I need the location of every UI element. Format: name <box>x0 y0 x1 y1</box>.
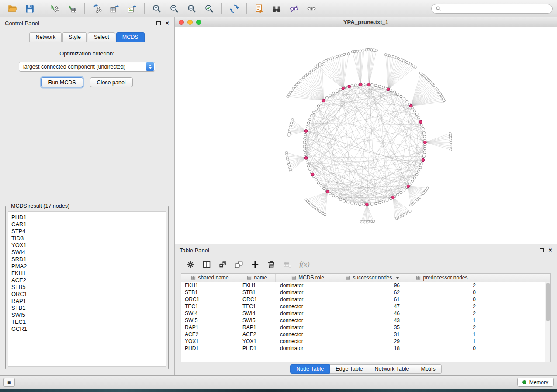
table-cell: dominator <box>276 345 340 351</box>
columns-icon[interactable] <box>202 260 211 269</box>
uncheck-all-icon[interactable] <box>235 260 243 269</box>
tab-node-table[interactable]: Node Table <box>290 364 330 374</box>
close-panel-icon[interactable]: × <box>165 21 169 25</box>
mcds-result-item[interactable]: ORC1 <box>8 291 166 298</box>
mcds-result-item[interactable]: RAP1 <box>8 298 166 305</box>
mcds-result-item[interactable]: PMA2 <box>8 263 166 270</box>
import-network-from-file-button[interactable] <box>47 2 62 15</box>
find-button[interactable] <box>269 2 284 15</box>
run-mcds-button[interactable]: Run MCDS <box>41 77 83 87</box>
tab-motifs[interactable]: Motifs <box>415 364 441 374</box>
mcds-result-item[interactable]: GCR1 <box>8 326 166 333</box>
zoom-fit-button[interactable] <box>184 2 200 15</box>
table-disabled-icon[interactable] <box>283 260 292 269</box>
open-file-button[interactable] <box>4 2 20 15</box>
table-row[interactable]: RAP1RAP1dominator352 <box>181 324 550 331</box>
table-row[interactable]: SWI5SWI5connector431 <box>181 317 550 324</box>
network-canvas[interactable] <box>175 27 557 244</box>
column-header-MCDS-role[interactable]: MCDS role <box>276 274 340 282</box>
table-row[interactable]: ORC1ORC1dominator610 <box>181 296 550 303</box>
float-panel-icon[interactable] <box>156 21 161 25</box>
toolbar-separator <box>246 3 247 14</box>
mcds-result-item[interactable]: STB5 <box>8 284 166 291</box>
mcds-result-list[interactable]: PHD1CAR1STP4TID3YOX1SWI4SRD1PMA2FKH1ACE2… <box>8 211 166 367</box>
network-snapshot-button[interactable] <box>251 2 267 15</box>
column-header-shared-name[interactable]: shared name <box>181 274 239 282</box>
toolbar-separator <box>84 3 85 14</box>
import-table-from-file-icon <box>67 4 77 14</box>
table-row[interactable]: SWI4SWI4dominator462 <box>181 310 550 317</box>
search-icon <box>436 6 441 11</box>
mcds-result-item[interactable]: SWI5 <box>8 312 166 319</box>
table-row[interactable]: PHD1PHD1dominator180 <box>181 345 550 352</box>
save-session-button[interactable] <box>22 2 38 15</box>
table-cell: YOX1 <box>239 338 276 344</box>
list-icon: ≡ <box>7 379 11 385</box>
show-all-button[interactable] <box>304 2 319 15</box>
function-builder-label[interactable]: f(x) <box>299 260 310 269</box>
tab-mcds[interactable]: MCDS <box>116 32 145 42</box>
hide-selected-button[interactable] <box>286 2 302 15</box>
mcds-result-item[interactable]: ACE2 <box>8 277 166 284</box>
mcds-result-item[interactable]: TID3 <box>8 235 166 242</box>
float-table-panel-icon[interactable] <box>540 248 544 252</box>
add-icon[interactable] <box>251 260 259 269</box>
table-cell: 2 <box>405 310 479 316</box>
table-cell: 2 <box>405 324 479 330</box>
close-table-panel-icon[interactable]: × <box>548 248 552 252</box>
table-row[interactable]: ACE2ACE2connector311 <box>181 331 550 338</box>
table-cell: ACE2 <box>239 331 276 337</box>
table-cell: dominator <box>276 282 340 289</box>
tab-select[interactable]: Select <box>88 32 115 42</box>
close-panel-button[interactable]: Close panel <box>90 77 133 87</box>
window-minimize-button[interactable] <box>187 20 193 25</box>
refresh-network-button[interactable] <box>226 2 242 15</box>
network-window-titlebar[interactable]: YPA_prune.txt_1 <box>175 17 557 27</box>
zoom-in-button[interactable] <box>149 2 165 15</box>
scrollbar-thumb[interactable] <box>546 283 550 321</box>
hide-selected-icon <box>289 4 299 14</box>
zoom-selected-button[interactable] <box>201 2 217 15</box>
export-image-button[interactable] <box>124 2 140 15</box>
trash-icon[interactable] <box>267 260 276 269</box>
mcds-result-item[interactable]: YOX1 <box>8 242 166 249</box>
mcds-result-item[interactable]: SRD1 <box>8 256 166 263</box>
table-row[interactable]: YOX1YOX1connector291 <box>181 338 550 345</box>
mcds-result-item[interactable]: FKH1 <box>8 270 166 277</box>
tab-network[interactable]: Network <box>29 32 62 42</box>
search-input[interactable] <box>444 6 548 12</box>
import-table-from-file-button[interactable] <box>64 2 80 15</box>
mcds-result-item[interactable]: TEC1 <box>8 319 166 326</box>
optimization-criterion-select[interactable]: largest connected component (undirected) <box>19 62 155 72</box>
zoom-selected-icon <box>204 4 214 14</box>
combo-stepper-icon <box>146 62 154 71</box>
column-header-name[interactable]: name <box>239 274 276 282</box>
column-header-predecessor-nodes[interactable]: predecessor nodes <box>405 274 479 282</box>
column-header-successor-nodes[interactable]: successor nodes <box>340 274 405 282</box>
vertical-scrollbar[interactable] <box>545 282 550 362</box>
table-row[interactable]: FKH1FKH1dominator962 <box>181 282 550 289</box>
network-graph[interactable] <box>175 27 557 244</box>
search-field[interactable] <box>431 4 553 14</box>
tab-style[interactable]: Style <box>62 32 87 42</box>
mcds-result-item[interactable]: PHD1 <box>8 214 166 221</box>
mcds-result-item[interactable]: STP4 <box>8 228 166 235</box>
window-zoom-button[interactable] <box>196 20 201 25</box>
table-cell: dominator <box>276 296 340 303</box>
tab-network-table[interactable]: Network Table <box>369 364 415 374</box>
memory-button[interactable]: Memory <box>517 378 554 387</box>
export-table-button[interactable] <box>107 2 122 15</box>
check-all-icon[interactable] <box>218 260 227 269</box>
gear-icon[interactable] <box>186 260 195 269</box>
zoom-out-button[interactable] <box>166 2 182 15</box>
mcds-result-item[interactable]: CAR1 <box>8 221 166 228</box>
mcds-result-item[interactable]: SWI4 <box>8 249 166 256</box>
table-row[interactable]: TEC1TEC1connector472 <box>181 303 550 310</box>
table-cell: 0 <box>405 296 479 303</box>
window-close-button[interactable] <box>179 20 184 25</box>
table-row[interactable]: STB1STB1dominator620 <box>181 289 550 296</box>
task-history-button[interactable]: ≡ <box>3 378 15 387</box>
export-network-button[interactable] <box>89 2 105 15</box>
mcds-result-item[interactable]: STB1 <box>8 305 166 312</box>
tab-edge-table[interactable]: Edge Table <box>330 364 369 374</box>
